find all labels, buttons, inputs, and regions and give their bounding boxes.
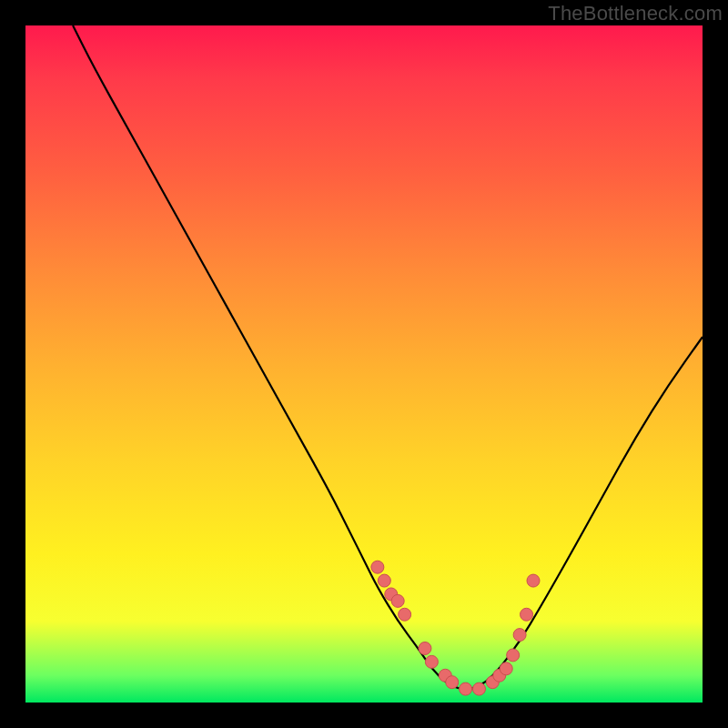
- highlight-dot: [399, 608, 411, 621]
- watermark-text: TheBottleneck.com: [548, 2, 723, 25]
- highlight-dot: [507, 649, 520, 662]
- highlight-dots: [371, 561, 540, 695]
- highlight-dot: [371, 561, 384, 573]
- curve-layer: [25, 25, 703, 703]
- chart-frame: TheBottleneck.com: [0, 0, 728, 728]
- highlight-dot: [391, 594, 404, 607]
- highlight-dot: [446, 676, 459, 689]
- highlight-dot: [527, 574, 540, 587]
- highlight-dot: [472, 682, 485, 695]
- plot-area: [25, 25, 703, 703]
- highlight-dot: [500, 662, 512, 675]
- highlight-dot: [419, 642, 431, 654]
- highlight-dot: [513, 629, 526, 642]
- highlight-dot: [460, 682, 472, 695]
- highlight-dot: [378, 574, 390, 587]
- highlight-dot: [521, 608, 533, 621]
- highlight-dot: [425, 655, 438, 668]
